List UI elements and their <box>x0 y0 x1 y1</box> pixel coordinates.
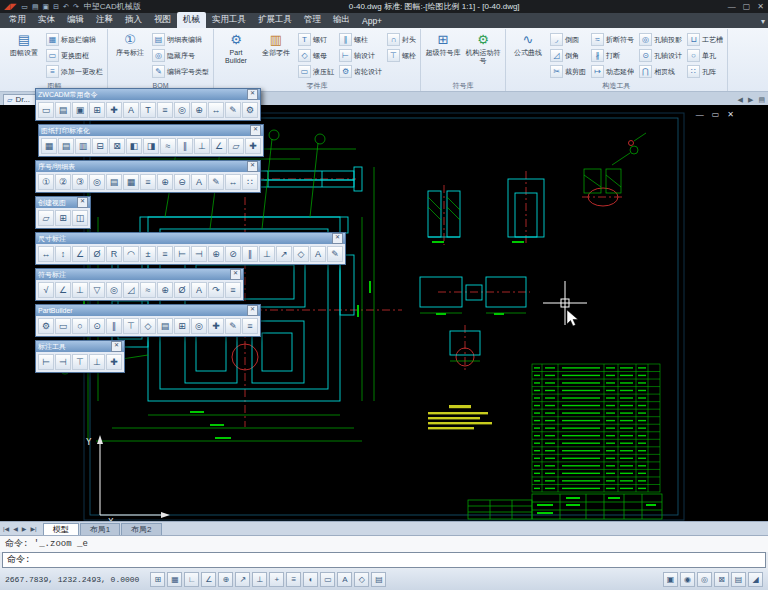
bom-table-icon[interactable]: ▤ <box>106 174 122 190</box>
ribbon-btn-break[interactable]: ∦打断 <box>591 48 634 63</box>
layout-icon[interactable]: ▱ <box>228 138 244 154</box>
balloon-circle-icon[interactable]: ◎ <box>89 174 105 190</box>
polar-toggle-icon[interactable]: ∠ <box>201 572 216 587</box>
toolbar-titlebar[interactable]: 符号标注✕ <box>36 269 243 280</box>
tab-管理[interactable]: 管理 <box>298 12 327 28</box>
ribbon-btn-nut[interactable]: ◇螺母 <box>298 48 334 63</box>
add-part-icon[interactable]: ✚ <box>208 318 224 334</box>
sheet-icon[interactable]: ▥ <box>75 138 91 154</box>
toolbar-close-icon[interactable]: ✕ <box>111 341 122 352</box>
osnap-toggle-icon[interactable]: ⊕ <box>218 572 233 587</box>
chain-dim-icon[interactable]: ⊢ <box>174 246 190 262</box>
ribbon-btn-hole-array[interactable]: ∷孔阵 <box>687 64 723 79</box>
cycle-toggle-icon[interactable]: ▭ <box>320 572 335 587</box>
doc-close-icon[interactable]: ✕ <box>727 110 734 119</box>
save-icon[interactable]: ▣ <box>72 102 88 118</box>
annotation-toggle-icon[interactable]: A <box>337 572 352 587</box>
command-input[interactable]: 命令: <box>2 552 766 568</box>
border-icon[interactable]: ⊟ <box>92 138 108 154</box>
status-menu-icon[interactable]: ▤ <box>731 572 746 587</box>
toolbar-titlebar[interactable]: ZWCADM常用命令✕ <box>36 89 260 100</box>
toolbar-create-view[interactable]: 创建视图✕ ▱⊞◫ <box>35 196 91 229</box>
toolbar-partbuilder[interactable]: PartBuilder✕ ⚙▭○⊙∥⊤◇▤⊞◎✚✎≡ <box>35 304 261 337</box>
toolbar-close-icon[interactable]: ✕ <box>250 125 261 136</box>
toolbar-close-icon[interactable]: ✕ <box>247 161 258 172</box>
toolbar-dimension[interactable]: 尺寸标注✕ ↔↕∠ØR◠±≡⊢⊣⊕⊘∥⊥↗◇A✎ <box>35 232 346 265</box>
diameter-dim-icon[interactable]: Ø <box>89 246 105 262</box>
dim-left-icon[interactable]: ⊢ <box>38 354 54 370</box>
ducs-toggle-icon[interactable]: ⊥ <box>252 572 267 587</box>
tab-机械[interactable]: 机械 <box>177 12 206 28</box>
ribbon-btn-edit-font-type[interactable]: ✎编辑字号类型 <box>152 64 209 79</box>
tolerance-dim-icon[interactable]: ± <box>140 246 156 262</box>
toolbar-dim-tools[interactable]: 标注工具✕ ⊢⊣⊤⊥✚ <box>35 340 125 373</box>
maximize-button[interactable]: ▢ <box>743 2 751 11</box>
leader-dim-icon[interactable]: ↗ <box>276 246 292 262</box>
ribbon-btn-stud[interactable]: ∥螺柱 <box>339 32 382 47</box>
clean-screen-icon[interactable]: ⊠ <box>714 572 729 587</box>
layout-tab-布局1[interactable]: 布局1 <box>80 523 120 535</box>
minimize-button[interactable]: — <box>728 2 736 11</box>
toolbar-zwcadm-common[interactable]: ZWCADM常用命令✕ ▭▤▣⊞✚AT≡◎⊕↔✎⚙ <box>35 88 261 121</box>
dim-top-icon[interactable]: ⊤ <box>72 354 88 370</box>
gear-icon[interactable]: ⚙ <box>38 318 54 334</box>
ribbon-btn-replace-frame[interactable]: ▭更换图框 <box>46 48 103 63</box>
slash-dim-icon[interactable]: ⊘ <box>225 246 241 262</box>
block-icon[interactable]: ▭ <box>55 318 71 334</box>
ribbon-btn-motion-symbol-lib[interactable]: ⚙机构运动符号 <box>465 30 501 64</box>
ordinate-dim-icon[interactable]: ⊣ <box>191 246 207 262</box>
text-symbol-icon[interactable]: A <box>191 282 207 298</box>
balloon-1-icon[interactable]: ① <box>38 174 54 190</box>
library-icon[interactable]: ▤ <box>157 318 173 334</box>
tab-注释[interactable]: 注释 <box>90 12 119 28</box>
layer-icon[interactable]: ⊞ <box>89 102 105 118</box>
text-icon[interactable]: A <box>191 174 207 190</box>
save-icon[interactable]: ▣ <box>43 3 50 11</box>
vertical-dim-icon[interactable]: ↕ <box>55 246 71 262</box>
new-icon[interactable]: ▭ <box>38 102 54 118</box>
draw-icon[interactable]: ✚ <box>106 102 122 118</box>
ribbon-btn-hole-shaft-projection[interactable]: ◎孔轴投影 <box>639 32 682 47</box>
ribbon-btn-chamfer[interactable]: ◿倒角 <box>550 48 586 63</box>
layout-nav-icon[interactable]: ▶| <box>29 525 37 532</box>
stamp-icon[interactable]: ⊠ <box>109 138 125 154</box>
frame-icon[interactable]: ▦ <box>41 138 57 154</box>
ribbon-btn-cylinder[interactable]: ▭液压缸 <box>298 64 334 79</box>
diameter-symbol-icon[interactable]: Ø <box>174 282 190 298</box>
ribbon-btn-super-symbol-lib[interactable]: ⊞超级符号库 <box>425 30 461 57</box>
perpendicular-icon[interactable]: ⊥ <box>194 138 210 154</box>
snap-toggle-icon[interactable]: ⊞ <box>150 572 165 587</box>
balloon-2-icon[interactable]: ② <box>55 174 71 190</box>
toolbar-titlebar[interactable]: PartBuilder✕ <box>36 305 260 316</box>
ribbon-collapse-icon[interactable]: ▾ <box>761 17 765 26</box>
radius-dim-icon[interactable]: R <box>106 246 122 262</box>
ribbon-btn-sheet-settings[interactable]: ▤图幅设置 <box>6 30 42 57</box>
ribbon-btn-bolt[interactable]: ⊤螺栓 <box>387 48 416 63</box>
center-hole-icon[interactable]: ⊕ <box>157 282 173 298</box>
part-list-icon[interactable]: ≡ <box>242 318 258 334</box>
open-icon[interactable]: ▤ <box>55 102 71 118</box>
model-space-icon[interactable]: ▣ <box>663 572 678 587</box>
ribbon-btn-hole-shaft-design[interactable]: ⊙孔轴设计 <box>639 48 682 63</box>
bearing-icon[interactable]: ⊙ <box>89 318 105 334</box>
toolbar-titlebar[interactable]: 标注工具✕ <box>36 341 124 352</box>
doc-nav-left-icon[interactable]: ◀ <box>738 96 743 104</box>
ribbon-btn-balloon[interactable]: ①序号标注 <box>112 30 148 57</box>
layout-tab-模型[interactable]: 模型 <box>43 523 79 535</box>
parallel-icon[interactable]: ∥ <box>177 138 193 154</box>
edit-icon[interactable]: ✎ <box>225 102 241 118</box>
edit-icon[interactable]: ✎ <box>208 174 224 190</box>
toolbar-symbol[interactable]: 符号标注✕ √∠⊥▽◎◿≈⊕ØA↷≡ <box>35 268 244 301</box>
dim-add-icon[interactable]: ✚ <box>106 354 122 370</box>
otrack-toggle-icon[interactable]: ↗ <box>235 572 250 587</box>
tab-视图[interactable]: 视图 <box>148 12 177 28</box>
symmetry-dim-icon[interactable]: ◇ <box>293 246 309 262</box>
bom-grid-icon[interactable]: ▦ <box>123 174 139 190</box>
grid-icon[interactable]: ⊞ <box>174 318 190 334</box>
tab-App+[interactable]: App+ <box>356 14 388 28</box>
edit-part-icon[interactable]: ✎ <box>225 318 241 334</box>
layout-nav-icon[interactable]: ▶ <box>21 525 28 532</box>
text-style-icon[interactable]: A <box>123 102 139 118</box>
grid-toggle-icon[interactable]: ▦ <box>167 572 182 587</box>
redo-icon[interactable]: ↷ <box>73 3 79 11</box>
